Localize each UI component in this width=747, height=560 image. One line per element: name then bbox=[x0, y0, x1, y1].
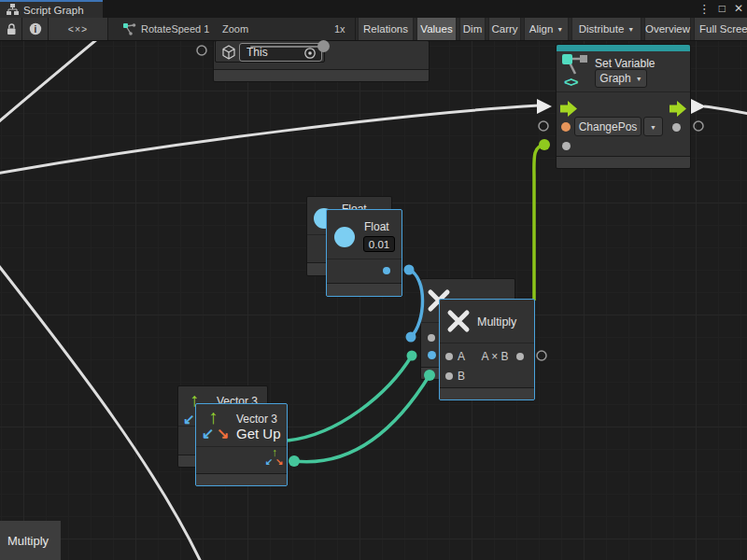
graph-canvas[interactable]: Float ↑ Vector 3 ↙ bbox=[0, 41, 747, 560]
exec-arrow-icon bbox=[537, 99, 552, 114]
node-footer bbox=[557, 156, 690, 168]
full-screen-button[interactable]: Full Screen bbox=[694, 18, 747, 40]
float-value-field[interactable]: 0.01 bbox=[363, 236, 395, 252]
values-button[interactable]: Values bbox=[416, 18, 457, 40]
variable-dropdown-arrow-button[interactable]: ▼ bbox=[643, 117, 663, 136]
wire-exec-in[interactable] bbox=[0, 105, 539, 174]
cube-icon bbox=[221, 45, 236, 60]
exec-arrow-icon bbox=[691, 99, 706, 114]
port-label-a: A bbox=[458, 350, 465, 363]
dropdown-arrow-icon: ▼ bbox=[557, 26, 563, 33]
tab-script-graph[interactable]: Script Graph bbox=[0, 0, 103, 18]
maximize-icon[interactable]: □ bbox=[719, 0, 726, 18]
wire-result[interactable] bbox=[534, 145, 544, 301]
floating-port[interactable] bbox=[197, 46, 206, 55]
output-port[interactable] bbox=[672, 123, 681, 132]
node-footer bbox=[440, 387, 534, 399]
wire-exec-out[interactable] bbox=[704, 106, 747, 114]
variable-color-strip bbox=[557, 45, 690, 51]
tab-label: Script Graph bbox=[23, 5, 84, 16]
node-this[interactable]: This bbox=[215, 41, 325, 63]
output-port[interactable] bbox=[383, 267, 390, 274]
arrow-down-left-icon: ↙ bbox=[202, 427, 214, 441]
exec-output-arrow[interactable] bbox=[669, 101, 687, 117]
node-title: Vector 3 bbox=[236, 413, 277, 426]
info-button[interactable]: i bbox=[22, 18, 49, 40]
floating-port[interactable] bbox=[694, 121, 703, 131]
arrow-up-icon: ↑ bbox=[208, 407, 218, 427]
target-picker-icon[interactable] bbox=[303, 47, 317, 60]
node-title: Set Variable bbox=[595, 57, 655, 70]
scope-value: Graph bbox=[599, 72, 630, 85]
align-dropdown[interactable]: Align▼ bbox=[524, 18, 569, 40]
port-label-b: B bbox=[458, 370, 465, 383]
output-label: A × B bbox=[475, 350, 514, 363]
value-input-port[interactable] bbox=[562, 142, 571, 150]
close-icon[interactable]: ✕ bbox=[734, 0, 743, 18]
tooltip-text: Multiply bbox=[7, 534, 49, 548]
arrow-down-right-icon: ↘ bbox=[217, 427, 229, 441]
floating-port[interactable] bbox=[539, 121, 548, 131]
edit-script-button[interactable]: <×> bbox=[49, 18, 108, 40]
node-title: Multiply bbox=[477, 315, 516, 329]
variable-name-dropdown[interactable]: ChangePos bbox=[574, 117, 641, 136]
wire-endpoint[interactable] bbox=[406, 332, 416, 343]
node-footer bbox=[214, 69, 429, 81]
overview-button[interactable]: Overview bbox=[644, 18, 691, 40]
dropdown-arrow-icon: ▼ bbox=[627, 26, 634, 33]
node-title: Float bbox=[364, 220, 389, 233]
graph-asset-icon bbox=[122, 22, 136, 36]
node-vector3-get-up[interactable]: ↑ ↙ ↘ Vector 3 Get Up ↑ ↙ ↘ bbox=[195, 403, 288, 486]
node-multiply[interactable]: Multiply A A × B B bbox=[439, 299, 535, 400]
graph-name[interactable]: RotateSpeed 1 bbox=[141, 23, 209, 35]
input-port-connected-float[interactable] bbox=[428, 351, 436, 359]
node-float[interactable]: Float 0.01 bbox=[326, 209, 402, 297]
node-footer bbox=[327, 283, 402, 296]
float-value: 0.01 bbox=[369, 239, 389, 250]
input-port[interactable] bbox=[428, 334, 435, 342]
wire-vector-a[interactable] bbox=[288, 356, 412, 441]
lock-icon bbox=[5, 22, 18, 35]
input-port-a[interactable] bbox=[445, 353, 453, 360]
code-icon: <×> bbox=[68, 23, 88, 35]
wire-endpoint[interactable] bbox=[407, 351, 417, 361]
svg-text:i: i bbox=[34, 24, 36, 35]
relations-button[interactable]: Relations bbox=[358, 18, 414, 40]
dim-button[interactable]: Dim bbox=[459, 18, 486, 40]
node-subtitle: Get Up bbox=[236, 426, 281, 441]
wire-white-diagonal-top[interactable] bbox=[0, 41, 97, 122]
variable-scope-dropdown[interactable]: Graph▼ bbox=[595, 69, 647, 88]
arrow-down-right-icon: ↘ bbox=[275, 457, 283, 467]
node-set-variable[interactable]: <> Set Variable Graph▼ ChangePos ▼ bbox=[556, 44, 691, 169]
output-port[interactable] bbox=[516, 353, 524, 360]
zoom-slider-handle[interactable] bbox=[317, 40, 330, 52]
set-variable-icon: <> bbox=[559, 53, 591, 89]
distribute-dropdown[interactable]: Distribute▼ bbox=[571, 18, 641, 40]
dropdown-arrow-icon: ▼ bbox=[650, 124, 656, 131]
title-bar: Script Graph ⋮ □ ✕ bbox=[0, 0, 747, 18]
wire-endpoint[interactable] bbox=[289, 455, 300, 467]
input-port-b[interactable] bbox=[445, 372, 453, 380]
svg-text:<>: <> bbox=[564, 74, 579, 89]
floating-port[interactable] bbox=[537, 351, 546, 360]
toolbar: i <×> RotateSpeed 1 Zoom 1x Relations Va… bbox=[0, 18, 747, 41]
vector3-output-port[interactable]: ↑ ↙ ↘ bbox=[263, 447, 286, 471]
info-icon: i bbox=[29, 22, 42, 35]
multiply-icon bbox=[446, 309, 471, 333]
carry-button[interactable]: Carry bbox=[488, 18, 521, 40]
wire-vector-b[interactable] bbox=[294, 375, 430, 462]
node-footer bbox=[196, 473, 287, 485]
kebab-menu-icon[interactable]: ⋮ bbox=[698, 0, 711, 18]
wire-endpoint[interactable] bbox=[539, 139, 550, 150]
wire-endpoint[interactable] bbox=[404, 265, 415, 275]
variable-name: ChangePos bbox=[579, 120, 638, 133]
lock-button[interactable] bbox=[0, 18, 22, 40]
multiply-drag-label: Multiply bbox=[0, 521, 61, 560]
variable-name-port[interactable] bbox=[561, 122, 571, 132]
zoom-value: 1x bbox=[334, 23, 345, 35]
exec-input-arrow[interactable] bbox=[560, 101, 578, 117]
arrow-down-left-icon: ↙ bbox=[183, 412, 195, 426]
arrow-down-left-icon: ↙ bbox=[265, 457, 273, 467]
unity-visual-scripting-window: Float ↑ Vector 3 ↙ bbox=[0, 0, 747, 560]
wire-white-diagonal-bottom[interactable] bbox=[0, 265, 202, 560]
